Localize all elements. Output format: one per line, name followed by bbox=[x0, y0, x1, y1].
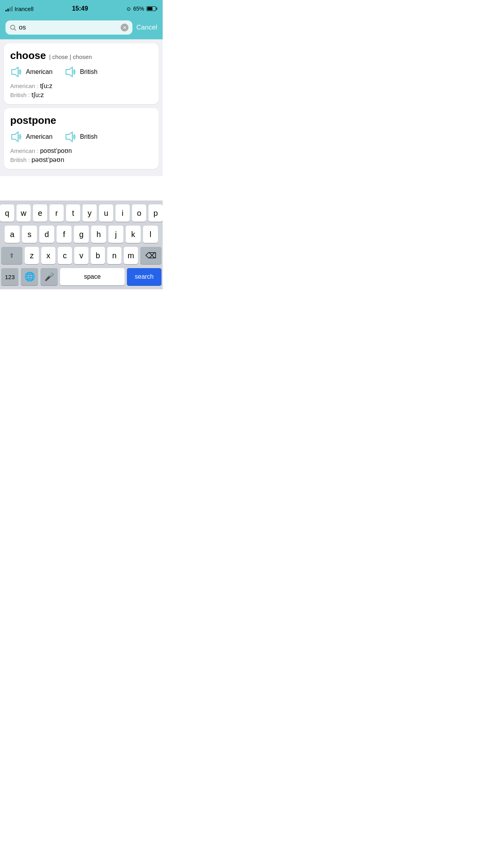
key-mic[interactable]: 🎤 bbox=[40, 268, 58, 285]
svg-marker-3 bbox=[66, 67, 72, 77]
american-phonetic-postpone: American : poʊstˈpoʊn bbox=[10, 147, 152, 154]
british-audio-choose[interactable]: British bbox=[64, 66, 97, 77]
word-title-choose: choose bbox=[10, 50, 46, 62]
search-input[interactable] bbox=[19, 24, 118, 31]
speaker-icon-american-postpone bbox=[10, 131, 23, 142]
key-t[interactable]: t bbox=[66, 204, 80, 222]
speaker-icon-british-postpone bbox=[64, 131, 77, 142]
key-space[interactable]: space bbox=[60, 268, 125, 285]
results-content: choose | chose | chosen American British bbox=[0, 39, 163, 176]
key-f[interactable]: f bbox=[57, 226, 72, 243]
key-numbers[interactable]: 123 bbox=[1, 268, 18, 285]
key-backspace[interactable]: ⌫ bbox=[140, 247, 161, 264]
key-shift[interactable]: ⇧ bbox=[1, 247, 22, 264]
key-o[interactable]: o bbox=[132, 204, 146, 222]
key-w[interactable]: w bbox=[17, 204, 31, 222]
key-b[interactable]: b bbox=[91, 247, 105, 264]
svg-marker-5 bbox=[66, 132, 72, 142]
key-a[interactable]: a bbox=[5, 226, 20, 243]
svg-line-1 bbox=[14, 29, 16, 30]
word-header-choose: choose | chose | chosen bbox=[10, 50, 152, 62]
phonetic-row-postpone: American : poʊstˈpoʊn British : pəʊstˈpə… bbox=[10, 147, 152, 164]
key-k[interactable]: k bbox=[126, 226, 141, 243]
british-label-choose: British bbox=[80, 68, 97, 75]
key-x[interactable]: x bbox=[41, 247, 55, 264]
key-v[interactable]: v bbox=[74, 247, 88, 264]
british-label-postpone: British bbox=[80, 133, 97, 140]
signal-icon bbox=[6, 6, 13, 11]
pronunciation-row-postpone: American British bbox=[10, 131, 152, 142]
status-bar: Irancell 15:49 ⊙ 65% bbox=[0, 0, 163, 17]
key-g[interactable]: g bbox=[74, 226, 89, 243]
american-audio-postpone[interactable]: American bbox=[10, 131, 53, 142]
key-e[interactable]: e bbox=[33, 204, 47, 222]
american-label-postpone: American bbox=[26, 133, 53, 140]
search-input-wrapper[interactable]: ✕ bbox=[6, 20, 132, 35]
american-audio-choose[interactable]: American bbox=[10, 66, 53, 77]
keyboard: q w e r t y u i o p a s d f g h j k l ⇧ … bbox=[0, 200, 163, 289]
carrier-name: Irancell bbox=[15, 6, 33, 12]
speaker-icon-american-choose bbox=[10, 66, 23, 77]
word-card-postpone: postpone American British bbox=[4, 108, 159, 169]
key-d[interactable]: d bbox=[39, 226, 54, 243]
pronunciation-row-choose: American British bbox=[10, 66, 152, 77]
search-bar: ✕ Cancel bbox=[0, 17, 163, 39]
status-left: Irancell bbox=[6, 6, 33, 12]
lock-icon: ⊙ bbox=[127, 6, 131, 12]
key-z[interactable]: z bbox=[25, 247, 39, 264]
british-phonetic-postpone: British : pəʊstˈpəʊn bbox=[10, 156, 152, 164]
keyboard-row-1: q w e r t y u i o p bbox=[1, 204, 161, 222]
keyboard-row-3: ⇧ z x c v b n m ⌫ bbox=[1, 247, 161, 264]
key-globe[interactable]: 🌐 bbox=[21, 268, 38, 285]
key-y[interactable]: y bbox=[83, 204, 97, 222]
british-phonetic-choose: British : tʃuːz bbox=[10, 91, 152, 99]
search-icon bbox=[9, 24, 17, 31]
key-m[interactable]: m bbox=[124, 247, 138, 264]
key-n[interactable]: n bbox=[107, 247, 121, 264]
time-display: 15:49 bbox=[72, 5, 88, 12]
american-phonetic-choose: American : tʃuːz bbox=[10, 82, 152, 90]
word-header-postpone: postpone bbox=[10, 114, 152, 127]
keyboard-bottom-row: 123 🌐 🎤 space search bbox=[1, 268, 161, 285]
speaker-icon-british-choose bbox=[64, 66, 77, 77]
key-r[interactable]: r bbox=[50, 204, 64, 222]
key-s[interactable]: s bbox=[22, 226, 37, 243]
svg-marker-4 bbox=[12, 132, 18, 142]
key-c[interactable]: c bbox=[58, 247, 72, 264]
word-card-choose: choose | chose | chosen American British bbox=[4, 43, 159, 104]
key-q[interactable]: q bbox=[0, 204, 14, 222]
phonetic-row-choose: American : tʃuːz British : tʃuːz bbox=[10, 82, 152, 99]
keyboard-row-2: a s d f g h j k l bbox=[1, 226, 161, 243]
key-l[interactable]: l bbox=[143, 226, 158, 243]
key-u[interactable]: u bbox=[99, 204, 113, 222]
key-i[interactable]: i bbox=[116, 204, 130, 222]
key-h[interactable]: h bbox=[91, 226, 106, 243]
status-right: ⊙ 65% bbox=[127, 6, 157, 12]
battery-icon bbox=[147, 6, 157, 11]
key-search[interactable]: search bbox=[127, 268, 161, 285]
svg-point-0 bbox=[11, 25, 15, 29]
cancel-button[interactable]: Cancel bbox=[136, 24, 157, 31]
key-p[interactable]: p bbox=[149, 204, 163, 222]
battery-percent: 65% bbox=[133, 6, 144, 12]
key-j[interactable]: j bbox=[108, 226, 123, 243]
word-title-postpone: postpone bbox=[10, 114, 56, 127]
american-label-choose: American bbox=[26, 68, 53, 75]
british-audio-postpone[interactable]: British bbox=[64, 131, 97, 142]
clear-button[interactable]: ✕ bbox=[121, 24, 128, 31]
word-forms-choose: | chose | chosen bbox=[49, 53, 92, 60]
svg-marker-2 bbox=[12, 67, 18, 77]
